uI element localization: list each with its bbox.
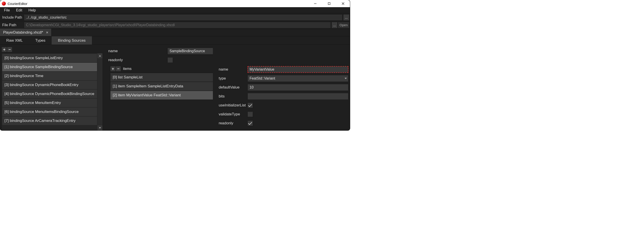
bs-readonly-label: readonly — [106, 58, 166, 62]
close-button[interactable] — [336, 0, 350, 7]
file-tab-label: PlayerDatabinding.xhcdl* — [3, 31, 43, 35]
file-open-button[interactable]: Open — [338, 22, 349, 28]
maximize-button[interactable] — [322, 0, 336, 7]
item-bits-label: bits — [216, 94, 246, 99]
app-icon — [2, 2, 6, 6]
items-label: items — [123, 67, 132, 71]
binding-source-row[interactable]: [2] bindingSource Time — [2, 72, 97, 80]
menu-file[interactable]: File — [1, 8, 13, 13]
item-name-field[interactable]: MyVariantValue — [248, 66, 348, 73]
tab-binding-sources[interactable]: Binding Sources — [52, 36, 92, 45]
item-validate-checkbox[interactable] — [248, 112, 253, 117]
item-useinit-label: useInitializerList — [216, 103, 246, 107]
menubar: File Edit Help — [0, 7, 350, 14]
item-readonly-label: readonly — [216, 121, 246, 126]
binding-sources-panel: + − [0] bindingSource SampleListEntry[1]… — [2, 47, 102, 131]
chevron-down-icon — [344, 78, 347, 79]
add-binding-source-button[interactable]: + — [2, 47, 7, 52]
remove-binding-source-button[interactable]: − — [7, 47, 12, 52]
binding-sources-list: [0] bindingSource SampleListEntry[1] bin… — [2, 53, 102, 131]
include-path-browse-button[interactable]: ... — [344, 15, 349, 20]
bs-name-label: name — [106, 49, 166, 53]
item-validate-label: validateType — [216, 112, 246, 116]
item-row[interactable]: [1] item SampleItem SampleListEntryData — [110, 82, 213, 90]
item-name-row: name MyVariantValue — [216, 65, 348, 74]
item-type-label: type — [216, 76, 246, 81]
menu-help[interactable]: Help — [25, 8, 39, 13]
item-type-value: FeatStd::Variant — [250, 76, 275, 80]
file-tab-bar: PlayerDatabinding.xhcdl* ✕ — [0, 29, 350, 36]
include-path-label: Include Path — [0, 16, 24, 20]
binding-source-row[interactable]: [5] bindingSource MenuItemEntry — [2, 99, 97, 107]
file-path-field[interactable]: C:\Development\CGI_Studio_3.14\cgi_studi… — [24, 22, 330, 28]
item-type-row: type FeatStd::Variant — [216, 74, 348, 83]
binding-source-row[interactable]: [1] bindingSource SampleBindingSource — [2, 63, 97, 71]
tab-types[interactable]: Types — [29, 36, 52, 45]
binding-source-row[interactable]: [3] bindingSource DynamicPhoneBookEntry — [2, 81, 97, 89]
bs-readonly-row: readonly — [106, 56, 213, 65]
app-title: CourierEditor — [8, 2, 27, 6]
add-item-button[interactable]: + — [110, 66, 116, 71]
item-default-row: defaultValue 10 — [216, 83, 348, 92]
file-path-browse-button[interactable]: ... — [332, 22, 338, 28]
binding-source-row[interactable]: [7] bindingSource ArCameraTrackingEntry — [2, 116, 97, 125]
tab-raw-xml[interactable]: Raw XML — [0, 36, 29, 45]
left-scrollbar[interactable] — [98, 53, 102, 131]
item-bits-field[interactable] — [248, 93, 348, 99]
item-default-field[interactable]: 10 — [248, 84, 348, 90]
items-toolbar: + − items — [110, 66, 213, 72]
window-controls — [308, 0, 350, 7]
item-row[interactable]: [2] item MyVariantValue FeatStd::Variant — [110, 91, 213, 99]
remove-item-button[interactable]: − — [116, 66, 121, 71]
item-validate-row: validateType — [216, 110, 348, 119]
items-list: [0] list SampleList[1] item SampleItem S… — [110, 73, 213, 99]
binding-source-row[interactable]: [4] bindingSource DynamicPhoneBookBindin… — [2, 90, 97, 98]
item-row[interactable]: [0] list SampleList — [110, 73, 213, 82]
item-readonly-row: readonly — [216, 119, 348, 128]
svg-rect-1 — [328, 3, 330, 5]
item-useinit-checkbox[interactable] — [248, 103, 253, 108]
scroll-down-icon[interactable] — [98, 126, 102, 131]
file-tab-close-icon[interactable]: ✕ — [46, 31, 49, 34]
svg-marker-5 — [99, 127, 101, 129]
titlebar: CourierEditor — [0, 0, 350, 7]
app-window: CourierEditor File Edit Help Include Pat… — [0, 0, 350, 131]
binding-source-detail-panel: name SampleBindingSource readonly + − it… — [106, 47, 213, 131]
item-type-dropdown[interactable]: FeatStd::Variant — [248, 75, 348, 82]
item-useinit-row: useInitializerList — [216, 101, 348, 110]
scroll-up-icon[interactable] — [98, 53, 102, 58]
item-readonly-checkbox[interactable] — [248, 121, 253, 126]
include-path-row: Include Path ../../cgi_studio_courier/sr… — [0, 14, 350, 21]
bs-name-row: name SampleBindingSource — [106, 47, 213, 56]
svg-marker-4 — [99, 55, 101, 56]
item-name-label: name — [216, 67, 246, 72]
main-area: + − [0] bindingSource SampleListEntry[1]… — [0, 45, 350, 131]
include-path-field[interactable]: ../../cgi_studio_courier/src — [24, 15, 342, 20]
file-path-row: File Path C:\Development\CGI_Studio_3.14… — [0, 21, 350, 29]
binding-source-row[interactable]: [0] bindingSource SampleListEntry — [2, 54, 97, 62]
item-default-label: defaultValue — [216, 85, 246, 90]
bs-name-field[interactable]: SampleBindingSource — [168, 48, 213, 54]
minimize-button[interactable] — [308, 0, 322, 7]
item-bits-row: bits — [216, 92, 348, 101]
menu-edit[interactable]: Edit — [13, 8, 26, 13]
subtab-bar: Raw XML Types Binding Sources — [0, 36, 350, 45]
file-tab[interactable]: PlayerDatabinding.xhcdl* ✕ — [0, 29, 52, 36]
item-properties-panel: name MyVariantValue type FeatStd::Varian… — [216, 47, 348, 131]
scroll-track[interactable] — [98, 58, 102, 126]
bs-readonly-checkbox[interactable] — [168, 58, 173, 63]
left-toolbar: + − — [2, 47, 102, 52]
binding-source-row[interactable]: [6] bindingSource MenuItemsBindingSource — [2, 107, 97, 116]
file-path-label: File Path — [0, 23, 24, 27]
